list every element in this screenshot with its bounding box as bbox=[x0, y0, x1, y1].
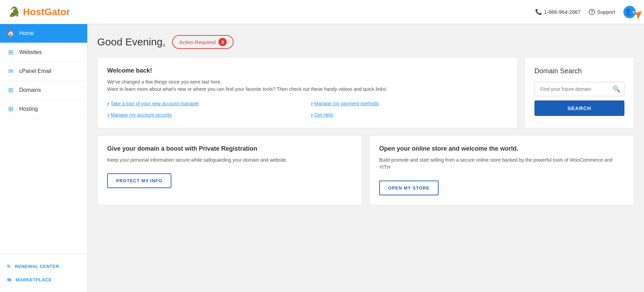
user-avatar[interactable]: 👤 bbox=[623, 6, 636, 18]
sidebar-item-hosting-label: Hosting bbox=[19, 106, 38, 112]
promo-store-description: Build promote and start selling from a s… bbox=[379, 156, 624, 171]
support-link[interactable]: ? Support bbox=[589, 9, 615, 15]
link-payment[interactable]: Manage my payment methods bbox=[311, 100, 508, 107]
domain-search-button[interactable]: SEARCH bbox=[534, 100, 624, 116]
chevron-down-icon bbox=[633, 10, 635, 14]
sidebar-item-home[interactable]: 🏠 Home bbox=[0, 24, 87, 43]
domain-search-input-wrap: 🔍 bbox=[534, 82, 624, 96]
logo: 🐊 HostGator bbox=[8, 6, 70, 18]
sidebar-renewal-center[interactable]: ↻ Renewal Center bbox=[0, 260, 87, 273]
marketplace-label: Marketplace bbox=[16, 277, 52, 282]
content-grid: Welcome back! We've changed a few things… bbox=[97, 57, 634, 128]
welcome-card: Welcome back! We've changed a few things… bbox=[97, 57, 518, 128]
promo-privacy-description: Keep your personal information secure wh… bbox=[107, 156, 352, 164]
welcome-title: Welcome back! bbox=[107, 67, 508, 74]
promo-card-privacy: Give your domain a boost with Private Re… bbox=[97, 135, 362, 205]
sidebar-item-cpanel-email-label: cPanel Email bbox=[19, 68, 51, 74]
phone-number: 1-866-964-2867 bbox=[544, 9, 581, 15]
sidebar-item-cpanel-email[interactable]: ✉ cPanel Email bbox=[0, 62, 87, 81]
main-content: Good Evening, Action Required 3 Welcome … bbox=[88, 24, 644, 292]
domains-icon: ⊞ bbox=[7, 86, 14, 94]
hosting-icon: ⊞ bbox=[7, 105, 14, 113]
sidebar-nav: 🏠 Home ⊞ Websites ✉ cPanel Email ⊞ Domai… bbox=[0, 24, 87, 254]
logo-text: HostGator bbox=[23, 7, 70, 18]
search-icon: 🔍 bbox=[613, 85, 620, 93]
renewal-center-label: Renewal Center bbox=[15, 264, 59, 269]
phone-icon bbox=[535, 9, 542, 15]
sidebar-item-websites-label: Websites bbox=[19, 49, 42, 55]
avatar-icon: 👤 bbox=[624, 8, 632, 16]
action-required-badge[interactable]: Action Required 3 bbox=[172, 35, 234, 49]
sidebar: 🏠 Home ⊞ Websites ✉ cPanel Email ⊞ Domai… bbox=[0, 24, 88, 292]
logo-gator-icon: 🐊 bbox=[8, 6, 20, 18]
page-header: Good Evening, Action Required 3 bbox=[97, 35, 634, 49]
header-phone: 1-866-964-2867 bbox=[535, 9, 581, 15]
sidebar-marketplace[interactable]: 🛍 Marketplace bbox=[0, 273, 87, 286]
page-title: Good Evening, bbox=[97, 36, 165, 48]
marketplace-icon: 🛍 bbox=[7, 277, 12, 282]
action-required-label: Action Required bbox=[179, 39, 216, 45]
link-tour[interactable]: Take a tour of your new account manager bbox=[107, 100, 304, 107]
promo-card-store: Open your online store and welcome the w… bbox=[369, 135, 634, 205]
welcome-description: We've changed a few things since you wer… bbox=[107, 78, 508, 93]
home-icon: 🏠 bbox=[7, 30, 14, 37]
domain-search-input[interactable] bbox=[534, 82, 624, 96]
question-icon: ? bbox=[589, 9, 595, 15]
action-required-count: 3 bbox=[218, 38, 227, 46]
main-layout: 🏠 Home ⊞ Websites ✉ cPanel Email ⊞ Domai… bbox=[0, 24, 644, 292]
domain-search-title: Domain Search bbox=[534, 67, 624, 75]
open-store-button[interactable]: OPEN MY STORE bbox=[379, 181, 439, 195]
header-right: 1-866-964-2867 ? Support 👤 ➤ bbox=[535, 6, 636, 18]
sidebar-item-domains-label: Domains bbox=[19, 87, 41, 93]
sidebar-item-websites[interactable]: ⊞ Websites bbox=[0, 43, 87, 62]
sidebar-item-home-label: Home bbox=[19, 30, 34, 36]
support-label: Support bbox=[597, 9, 615, 15]
link-security[interactable]: Manage my account security bbox=[107, 111, 304, 118]
cpanel-email-icon: ✉ bbox=[7, 67, 14, 75]
websites-icon: ⊞ bbox=[7, 48, 14, 56]
protect-info-button[interactable]: PROTECT MY INFO bbox=[107, 173, 171, 188]
link-help[interactable]: Get Help bbox=[311, 111, 508, 118]
promo-privacy-title: Give your domain a boost with Private Re… bbox=[107, 145, 352, 152]
promo-grid: Give your domain a boost with Private Re… bbox=[97, 135, 634, 205]
domain-search-card: Domain Search 🔍 SEARCH bbox=[524, 57, 634, 128]
promo-store-title: Open your online store and welcome the w… bbox=[379, 145, 624, 152]
welcome-links: Take a tour of your new account manager … bbox=[107, 100, 508, 118]
sidebar-bottom: ↻ Renewal Center 🛍 Marketplace bbox=[0, 254, 87, 292]
sidebar-item-hosting[interactable]: ⊞ Hosting bbox=[0, 100, 87, 119]
sidebar-item-domains[interactable]: ⊞ Domains bbox=[0, 81, 87, 100]
renewal-icon: ↻ bbox=[7, 264, 11, 269]
header: 🐊 HostGator 1-866-964-2867 ? Support 👤 ➤ bbox=[0, 0, 644, 24]
